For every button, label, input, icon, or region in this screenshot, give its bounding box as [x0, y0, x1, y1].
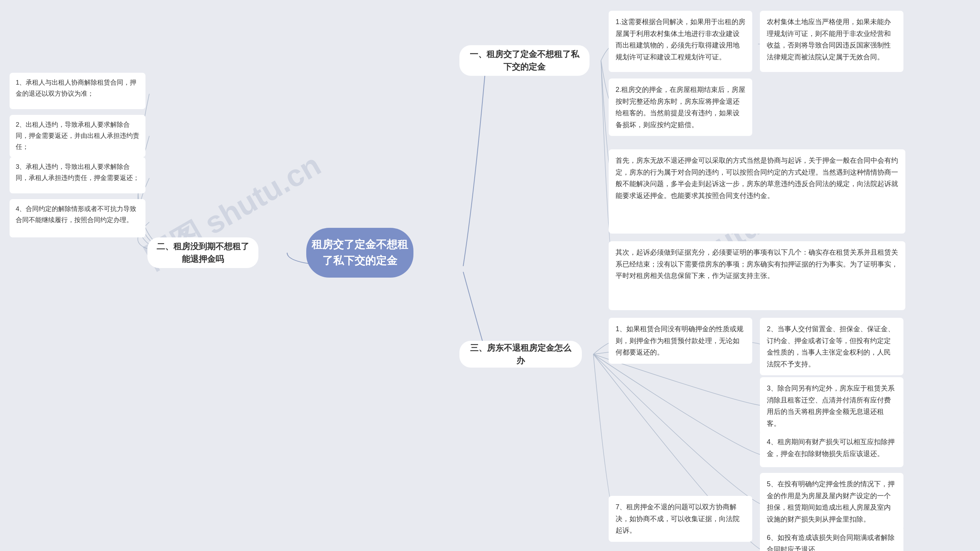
leaf-1-3-text: 2.租房交的押金，在房屋租期结束后，房屋按时完整还给房东时，房东应将押金退还给租…	[616, 84, 745, 131]
leaf-3-1-text: 1、如果租赁合同没有明确押金的性质或规则，则押金作为租赁预付款处理，无论如何都要…	[616, 323, 745, 358]
leaf-1-1: 1.这需要根据合同解决，如果用于出租的房屋属于利用农村集体土地进行非农业建设而出…	[609, 11, 752, 72]
mind-map: 网图 shutu.cn 网图 shutu.cn 租房交了定金不想租了私下交的定金…	[0, 0, 980, 551]
leaf-2-4-text: 4、合同约定的解除情形或者不可抗力导致合同不能继续履行，按照合同约定办理。	[16, 204, 139, 226]
leaf-3-3: 3、除合同另有约定外，房东应于租赁关系消除且租客迁空、点清并付清所有应付费用后的…	[760, 377, 903, 435]
leaf-2-3: 3、承租人违约，导致出租人要求解除合同，承租人承担违约责任，押金需要返还；	[10, 157, 145, 193]
leaf-3-7-text: 7、租房押金不退的问题可以双方协商解决，如协商不成，可以收集证据，向法院起诉。	[616, 501, 745, 536]
leaf-1-1-text: 1.这需要根据合同解决，如果用于出租的房屋属于利用农村集体土地进行非农业建设而出…	[616, 16, 745, 63]
branch-2-label: 二、租房没到期不想租了能退押金吗	[157, 240, 249, 265]
center-label: 租房交了定金不想租了私下交的定金	[310, 237, 410, 269]
leaf-3-1: 1、如果租赁合同没有明确押金的性质或规则，则押金作为租赁预付款处理，无论如何都要…	[609, 318, 752, 364]
leaf-3-6-text: 6、如投有造成该损失则合同期满或者解除合同时应予退还。	[767, 532, 897, 551]
leaf-3-3-text: 3、除合同另有约定外，房东应于租赁关系消除且租客迁空、点清并付清所有应付费用后的…	[767, 383, 897, 429]
leaf-1-5-text: 其次，起诉必须做到证据充分，必须要证明的事项有以下几个：确实存在租赁关系并且租赁…	[616, 247, 898, 282]
leaf-3-2-text: 2、当事人交付留置金、担保金、保证金、订约金、押金或者订金等，但投有约定定金性质…	[767, 323, 897, 370]
leaf-1-5: 其次，起诉必须做到证据充分，必须要证明的事项有以下几个：确实存在租赁关系并且租赁…	[609, 241, 905, 310]
leaf-1-2: 农村集体土地应当严格使用，如果未能办理规划许可证，则不能用于非农业经营和收益，否…	[760, 11, 903, 72]
leaf-3-4-text: 4、租房期间有财产损失可以相互应扣除押金，押金在扣除财物损失后应该退还。	[767, 436, 897, 459]
leaf-1-3: 2.租房交的押金，在房屋租期结束后，房屋按时完整还给房东时，房东应将押金退还给租…	[609, 78, 752, 136]
branch-1: 一、租房交了定金不想租了私下交的定金	[459, 45, 590, 76]
branch-2: 二、租房没到期不想租了能退押金吗	[147, 237, 258, 268]
leaf-3-4: 4、租房期间有财产损失可以相互应扣除押金，押金在扣除财物损失后应该退还。	[760, 431, 903, 467]
branch-3-label: 三、房东不退租房定金怎么办	[469, 342, 573, 367]
leaf-1-2-text: 农村集体土地应当严格使用，如果未能办理规划许可证，则不能用于非农业经营和收益，否…	[767, 16, 897, 63]
leaf-2-4: 4、合同约定的解除情形或者不可抗力导致合同不能继续履行，按照合同约定办理。	[10, 199, 145, 237]
leaf-2-2-text: 2、出租人违约，导致承租人要求解除合同，押金需要返还，并由出租人承担违约责任；	[16, 119, 139, 153]
leaf-1-4: 首先，房东无故不退还押金可以采取的方式当然是协商与起诉，关于押金一般在合同中会有…	[609, 149, 905, 234]
center-node: 租房交了定金不想租了私下交的定金	[306, 228, 413, 278]
leaf-3-5-text: 5、在投有明确约定押金性质的情况下，押金的作用是为房屋及屋内财产设定的一个担保，…	[767, 478, 897, 525]
leaf-3-7: 7、租房押金不退的问题可以双方协商解决，如协商不成，可以收集证据，向法院起诉。	[609, 496, 752, 542]
leaf-2-1-text: 1、承租人与出租人协商解除租赁合同，押金的退还以双方协议为准；	[16, 77, 139, 100]
leaf-2-1: 1、承租人与出租人协商解除租赁合同，押金的退还以双方协议为准；	[10, 73, 145, 109]
leaf-3-6: 6、如投有造成该损失则合同期满或者解除合同时应予退还。	[760, 526, 903, 551]
leaf-2-3-text: 3、承租人违约，导致出租人要求解除合同，承租人承担违约责任，押金需要返还；	[16, 162, 139, 184]
leaf-3-5: 5、在投有明确约定押金性质的情况下，押金的作用是为房屋及屋内财产设定的一个担保，…	[760, 473, 903, 530]
leaf-1-4-text: 首先，房东无故不退还押金可以采取的方式当然是协商与起诉，关于押金一般在合同中会有…	[616, 155, 898, 201]
branch-3: 三、房东不退租房定金怎么办	[459, 341, 582, 368]
leaf-2-2: 2、出租人违约，导致承租人要求解除合同，押金需要返还，并由出租人承担违约责任；	[10, 115, 145, 157]
branch-1-label: 一、租房交了定金不想租了私下交的定金	[469, 48, 580, 73]
leaf-3-2: 2、当事人交付留置金、担保金、保证金、订约金、押金或者订金等，但投有约定定金性质…	[760, 318, 903, 375]
